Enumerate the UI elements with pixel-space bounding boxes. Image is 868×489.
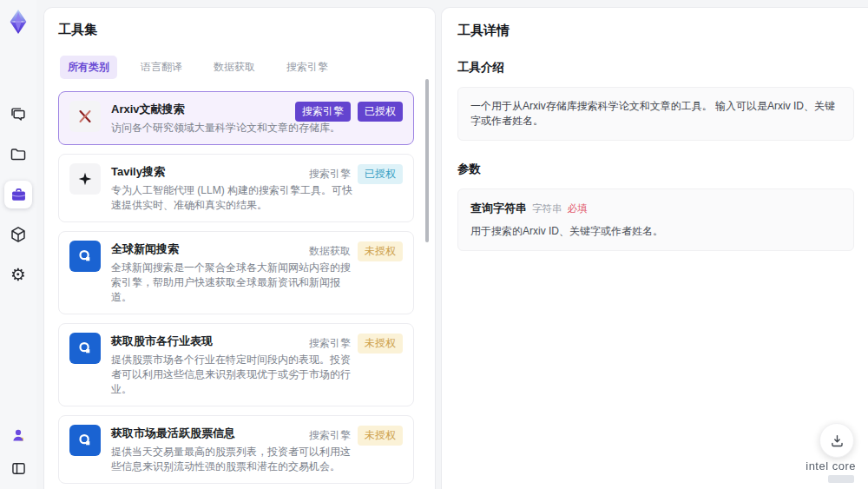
scrollbar-thumb[interactable]: [425, 79, 429, 242]
download-icon: [829, 433, 845, 449]
tool-auth-badge: 已授权: [358, 102, 403, 122]
globe-search-icon: [69, 241, 101, 272]
tool-auth-badge: 未授权: [358, 334, 403, 354]
tool-category-badge: 数据获取: [309, 244, 351, 259]
tool-description: 访问各个研究领域大量科学论文和文章的存储库。: [111, 121, 340, 135]
tab-所有类别[interactable]: 所有类别: [60, 56, 117, 79]
tool-description: 全球新闻搜索是一个聚合全球各大新闻网站内容的搜索引擎，帮助用户快速获取全球最新资…: [111, 261, 358, 305]
tool-badges: 搜索引擎 未授权: [309, 426, 403, 446]
download-button[interactable]: [819, 423, 854, 458]
tool-auth-badge: 已授权: [358, 164, 403, 184]
globe-search-icon: [69, 425, 101, 456]
intro-heading: 工具介绍: [457, 60, 854, 76]
main-content: 工具集 所有类别语言翻译数据获取搜索引擎 Arxiv文献搜索 访问各个研究领域大…: [36, 7, 868, 489]
cube-icon[interactable]: [4, 221, 32, 248]
app-sidebar: ⚙: [0, 0, 36, 489]
tool-name: Arxiv文献搜索: [111, 102, 272, 117]
param-required-label: 必填: [568, 202, 588, 216]
tool-list-item[interactable]: Arxiv文献搜索 访问各个研究领域大量科学论文和文章的存储库。 搜索引擎 已授…: [58, 91, 414, 145]
app-logo-icon[interactable]: [5, 9, 31, 35]
panel-toggle-icon[interactable]: [4, 454, 32, 482]
tool-auth-badge: 未授权: [358, 426, 403, 446]
folder-icon[interactable]: [4, 141, 32, 169]
sidebar-nav: ⚙: [4, 101, 32, 288]
intel-ultra-badge: [828, 475, 854, 483]
tab-搜索引擎[interactable]: 搜索引擎: [279, 56, 336, 79]
tool-name: Tavily搜索: [111, 164, 272, 180]
param-item: 查询字符串字符串必填用于搜索的Arxiv ID、关键字或作者姓名。: [457, 188, 854, 251]
category-tabs: 所有类别语言翻译数据获取搜索引擎: [60, 56, 414, 79]
toolbox-icon[interactable]: [4, 181, 32, 208]
tool-name: 全球新闻搜索: [111, 241, 272, 257]
tool-description: 专为人工智能代理 (LLM) 构建的搜索引擎工具。可快速提供实时、准确和真实的结…: [111, 183, 358, 213]
chat-icon[interactable]: [4, 101, 32, 129]
tool-details-panel: 工具详情 工具介绍 一个用于从Arxiv存储库搜索科学论文和文章的工具。 输入可…: [441, 7, 868, 489]
tool-category-badge: 搜索引擎: [309, 167, 351, 182]
tool-badges: 搜索引擎 未授权: [309, 334, 403, 354]
tool-category-badge: 搜索引擎: [309, 428, 351, 443]
tool-description: 提供股票市场各个行业在特定时间段内的表现。投资者可以利用这些信息来识别表现优于或…: [111, 353, 358, 397]
tab-语言翻译[interactable]: 语言翻译: [133, 56, 190, 79]
tool-list-item[interactable]: 获取市场最活跃股票信息 提供当天交易量最高的股票列表，投资者可以利用这些信息来识…: [58, 415, 414, 484]
toolset-title: 工具集: [58, 22, 414, 38]
arxiv-icon: [69, 101, 101, 132]
params-list: 查询字符串字符串必填用于搜索的Arxiv ID、关键字或作者姓名。: [457, 188, 854, 251]
param-name: 查询字符串: [470, 201, 527, 215]
details-title: 工具详情: [457, 23, 854, 39]
tool-badges: 搜索引擎 已授权: [295, 102, 403, 122]
params-heading: 参数: [457, 162, 854, 177]
tavily-icon: [69, 163, 101, 195]
tool-list: Arxiv文献搜索 访问各个研究领域大量科学论文和文章的存储库。 搜索引擎 已授…: [58, 91, 414, 489]
settings-gear-icon[interactable]: ⚙: [4, 261, 32, 288]
globe-search-icon: [69, 333, 101, 364]
tool-list-item[interactable]: 全球新闻搜索 全球新闻搜索是一个聚合全球各大新闻网站内容的搜索引擎，帮助用户快速…: [58, 231, 414, 314]
user-avatar-icon[interactable]: [4, 421, 32, 449]
tool-list-item[interactable]: 获取股市各行业表现 提供股票市场各个行业在特定时间段内的表现。投资者可以利用这些…: [58, 323, 414, 406]
tool-list-item[interactable]: Tavily搜索 专为人工智能代理 (LLM) 构建的搜索引擎工具。可快速提供实…: [58, 154, 414, 222]
tool-description: 提供当天交易量最高的股票列表，投资者可以利用这些信息来识别流动性强的股票和潜在的…: [111, 445, 358, 474]
tool-badges: 搜索引擎 已授权: [309, 164, 403, 184]
tool-category-badge: 搜索引擎: [309, 336, 351, 351]
tab-数据获取[interactable]: 数据获取: [206, 56, 263, 79]
sidebar-bottom: [4, 421, 32, 489]
param-type: 字符串: [532, 202, 562, 216]
tool-list-panel: 工具集 所有类别语言翻译数据获取搜索引擎 Arxiv文献搜索 访问各个研究领域大…: [43, 7, 436, 489]
tool-name: 获取股市各行业表现: [111, 334, 272, 349]
intro-text-box: 一个用于从Arxiv存储库搜索科学论文和文章的工具。 输入可以是Arxiv ID…: [457, 87, 854, 141]
tool-badges: 数据获取 未授权: [309, 241, 403, 261]
intel-core-logo: intel core: [806, 458, 856, 483]
tool-name: 获取市场最活跃股票信息: [111, 426, 272, 441]
intel-core-text: intel core: [806, 459, 856, 472]
tool-category-badge: 搜索引擎: [295, 102, 351, 122]
param-description: 用于搜索的Arxiv ID、关键字或作者姓名。: [470, 224, 841, 239]
tool-auth-badge: 未授权: [358, 241, 403, 261]
